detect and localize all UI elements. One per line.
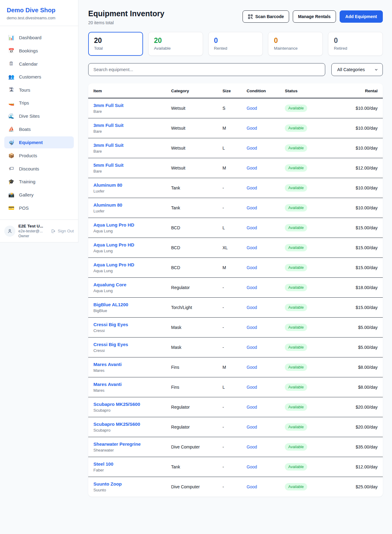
item-size: - (220, 278, 244, 298)
table-row: Suunto Zoop Suunto Dive Computer - Good … (88, 477, 383, 497)
condition-link[interactable]: Good (247, 146, 257, 151)
user-role: Owner (18, 234, 48, 238)
item-name-link[interactable]: 5mm Full Suit (93, 162, 123, 168)
status-badge: Available (285, 144, 307, 152)
item-name-link[interactable]: Shearwater Peregrine (93, 441, 141, 447)
item-name-link[interactable]: BigBlue AL1200 (93, 302, 128, 307)
item-name-link[interactable]: Aqua Lung Pro HD (93, 262, 134, 267)
sidebar-item-bookings[interactable]: 📅 Bookings (4, 45, 74, 57)
sidebar-item-dive-sites[interactable]: 🌊 Dive Sites (4, 110, 74, 122)
item-brand: Bare (93, 109, 166, 114)
status-badge: Available (285, 105, 307, 112)
condition-link[interactable]: Good (247, 405, 257, 410)
item-name-link[interactable]: Aluminum 80 (93, 182, 122, 188)
item-name-link[interactable]: Suunto Zoop (93, 481, 122, 486)
rental-price: $10.00/day (353, 198, 383, 218)
sign-out-button[interactable]: Sign Out (51, 229, 74, 234)
condition-link[interactable]: Good (247, 185, 257, 190)
sidebar-item-pos[interactable]: 💳 POS (4, 202, 74, 214)
sidebar-item-equipment[interactable]: 🤿 Equipment (4, 136, 74, 148)
status-badge: Available (285, 244, 307, 251)
dive-sites-icon: 🌊 (8, 113, 15, 119)
condition-link[interactable]: Good (247, 464, 257, 469)
rental-price: $15.00/day (353, 238, 383, 258)
condition-link[interactable]: Good (247, 365, 257, 370)
sidebar-item-dashboard[interactable]: 📊 Dashboard (4, 32, 74, 44)
item-category: Mask (169, 338, 220, 357)
item-name-link[interactable]: 3mm Full Suit (93, 103, 123, 108)
stat-card-Total[interactable]: 20 Total (88, 32, 143, 56)
item-size: M (220, 158, 244, 178)
sidebar-item-discounts[interactable]: 🏷 Discounts (4, 163, 74, 174)
condition-link[interactable]: Good (247, 484, 257, 489)
rental-price: $10.00/day (353, 118, 383, 138)
category-select[interactable]: All Categories (331, 63, 383, 76)
stat-label: Maintenance (274, 46, 317, 51)
condition-link[interactable]: Good (247, 205, 257, 210)
condition-link[interactable]: Good (247, 325, 257, 330)
item-name-link[interactable]: Aqua Lung Pro HD (93, 242, 134, 247)
sidebar-item-training[interactable]: 🎓 Training (4, 176, 74, 188)
sidebar-item-label: POS (19, 205, 29, 211)
item-name-link[interactable]: Scubapro MK25/S600 (93, 421, 140, 427)
condition-link[interactable]: Good (247, 385, 257, 390)
condition-link[interactable]: Good (247, 444, 257, 449)
condition-link[interactable]: Good (247, 126, 257, 131)
search-input[interactable] (88, 63, 325, 76)
item-brand: Aqua Lung (93, 288, 166, 293)
sidebar-item-products[interactable]: 📦 Products (4, 150, 74, 162)
item-name-link[interactable]: Scubapro MK25/S600 (93, 402, 140, 407)
table-row: Aqua Lung Pro HD Aqua Lung BCD L Good Av… (88, 218, 383, 238)
condition-link[interactable]: Good (247, 425, 257, 429)
sidebar-item-gallery[interactable]: 📸 Gallery (4, 189, 74, 201)
condition-link[interactable]: Good (247, 305, 257, 310)
page-title-block: Equipment Inventory 20 items total (88, 9, 164, 25)
table-row: Mares Avanti Mares Fins M Good Available… (88, 357, 383, 377)
item-name-link[interactable]: 3mm Full Suit (93, 143, 123, 148)
rental-price: $12.00/day (353, 457, 383, 477)
rental-price: $15.00/day (353, 298, 383, 318)
condition-link[interactable]: Good (247, 345, 257, 350)
item-name-link[interactable]: Mares Avanti (93, 382, 122, 387)
stat-card-Retired[interactable]: 0 Retired (328, 32, 383, 56)
add-equipment-button[interactable]: Add Equipment (340, 10, 383, 23)
rental-price: $20.00/day (353, 417, 383, 437)
sidebar-item-tours[interactable]: 🏝 Tours (4, 84, 74, 96)
sidebar-item-calendar[interactable]: 🗓 Calendar (4, 58, 74, 70)
table-row: Mares Avanti Mares Fins L Good Available… (88, 377, 383, 397)
item-size: M (220, 258, 244, 278)
chevron-down-icon (374, 68, 378, 72)
condition-link[interactable]: Good (247, 106, 257, 111)
item-name-link[interactable]: Aqua Lung Pro HD (93, 222, 134, 227)
sidebar-item-trips[interactable]: 🚤 Trips (4, 97, 74, 109)
stat-card-Rented[interactable]: 0 Rented (208, 32, 263, 56)
sidebar-item-customers[interactable]: 👥 Customers (4, 71, 74, 83)
scan-barcode-button[interactable]: Scan Barcode (243, 10, 289, 23)
condition-link[interactable]: Good (247, 245, 257, 250)
item-category: Regulator (169, 417, 220, 437)
condition-link[interactable]: Good (247, 285, 257, 290)
user-meta: E2E Test U... e2e-tester@... Owner (18, 224, 48, 238)
condition-link[interactable]: Good (247, 166, 257, 170)
item-name-link[interactable]: 3mm Full Suit (93, 123, 123, 128)
item-name-link[interactable]: Mares Avanti (93, 362, 122, 367)
stat-card-Available[interactable]: 20 Available (148, 32, 203, 56)
item-name-link[interactable]: Steel 100 (93, 461, 113, 467)
item-brand: Shearwater (93, 448, 166, 452)
item-name-link[interactable]: Aqualung Core (93, 282, 126, 287)
stat-label: Rented (214, 46, 257, 51)
item-name-link[interactable]: Cressi Big Eyes (93, 322, 128, 327)
trips-icon: 🚤 (8, 100, 15, 106)
sidebar-item-boats[interactable]: ⛵ Boats (4, 123, 74, 135)
condition-link[interactable]: Good (247, 265, 257, 270)
sidebar-item-label: Tours (19, 87, 30, 93)
sidebar-item-label: Customers (19, 74, 41, 79)
status-badge: Available (285, 364, 307, 371)
dashboard-icon: 📊 (8, 35, 15, 40)
manage-rentals-button[interactable]: Manage Rentals (293, 10, 336, 23)
rental-price: $12.00/day (353, 158, 383, 178)
item-name-link[interactable]: Cressi Big Eyes (93, 342, 128, 347)
condition-link[interactable]: Good (247, 225, 257, 230)
stat-card-Maintenance[interactable]: 0 Maintenance (268, 32, 323, 56)
item-name-link[interactable]: Aluminum 80 (93, 202, 122, 208)
